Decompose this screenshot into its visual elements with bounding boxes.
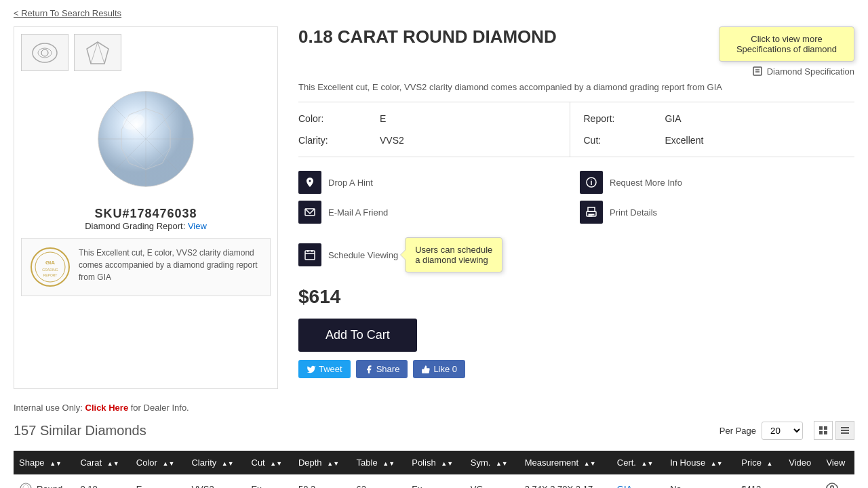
print-details-action[interactable]: Print Details — [580, 201, 854, 224]
col-color[interactable]: Color ▲▼ — [131, 451, 186, 474]
svg-marker-50 — [23, 484, 28, 488]
view-button[interactable] — [826, 481, 838, 488]
similar-header: 157 Similar Diamonds Per Page 20 10 50 1… — [14, 421, 854, 440]
drop-hint-label: Drop A Hint — [328, 178, 373, 188]
request-info-action[interactable]: i Request More Info — [580, 171, 854, 194]
social-buttons: Tweet Share Like 0 — [298, 360, 854, 378]
col-shape[interactable]: Shape ▲▼ — [14, 451, 75, 474]
fb-like-button[interactable]: Like 0 — [413, 360, 465, 378]
col-measurement[interactable]: Measurement ▲▼ — [519, 451, 612, 474]
schedule-viewing-label: Schedule Viewing — [328, 250, 398, 260]
left-panel: SKU#178476038 Diamond Grading Report: Vi… — [14, 26, 278, 389]
tweet-button[interactable]: Tweet — [298, 360, 351, 378]
gia-box: GIA GRADING REPORT This Excellent cut, E… — [21, 238, 271, 296]
round-shape-icon — [19, 482, 33, 488]
svg-marker-3 — [87, 42, 108, 64]
specs-col-right: Report: GIA Cut: Excellent — [570, 102, 855, 157]
main-container: SKU#178476038 Diamond Grading Report: Vi… — [0, 26, 868, 403]
product-title-row: 0.18 CARAT ROUND DIAMOND Click to view m… — [298, 26, 854, 77]
schedule-icon — [298, 243, 321, 266]
clarity-value: VVS2 — [186, 474, 245, 488]
carat-value: 0.18 — [75, 474, 130, 488]
table-body: Round 0.18 E VVS2 Ex 58.3 62 Ex VG 3.74X… — [14, 474, 854, 488]
add-to-cart-button[interactable]: Add To Cart — [298, 319, 417, 352]
sym-value: VG — [465, 474, 519, 488]
thumbnail-2[interactable] — [74, 34, 121, 71]
color-value: E — [131, 474, 186, 488]
price-value: $412 — [736, 474, 783, 488]
svg-rect-37 — [589, 216, 592, 216]
fb-share-label: Share — [376, 364, 400, 374]
svg-point-0 — [33, 43, 57, 62]
per-page-select[interactable]: 20 10 50 100 — [762, 422, 803, 440]
col-cut[interactable]: Cut ▲▼ — [246, 451, 293, 474]
report-link-row: Diamond Grading Report: View — [21, 221, 271, 231]
svg-rect-36 — [589, 214, 594, 215]
col-depth[interactable]: Depth ▲▼ — [293, 451, 351, 474]
col-inhouse[interactable]: In House ▲▼ — [665, 451, 736, 474]
shape-value: Round — [37, 484, 62, 489]
svg-rect-42 — [819, 426, 823, 430]
cut-spec: Cut: Excellent — [584, 129, 855, 151]
svg-text:REPORT: REPORT — [43, 273, 58, 277]
col-table[interactable]: Table ▲▼ — [351, 451, 407, 474]
view-value — [821, 474, 854, 488]
similar-title: 157 Similar Diamonds — [14, 423, 146, 439]
sku-number: SKU#178476038 — [21, 207, 271, 221]
grid-view-button[interactable] — [814, 421, 833, 440]
specs-col-left: Color: E Clarity: VVS2 — [298, 102, 570, 157]
col-polish[interactable]: Polish ▲▼ — [406, 451, 465, 474]
diamond-spec-link[interactable]: Diamond Specification — [752, 66, 854, 77]
email-friend-action[interactable]: E-Mail A Friend — [298, 201, 573, 224]
similar-count: 157 — [14, 423, 36, 438]
schedule-tooltip: Users can schedule a diamond viewing — [405, 237, 502, 272]
request-info-label: Request More Info — [610, 178, 682, 188]
col-clarity[interactable]: Clarity ▲▼ — [186, 451, 245, 474]
col-cert[interactable]: Cert. ▲▼ — [612, 451, 665, 474]
diamond-main-image — [21, 78, 271, 200]
svg-rect-28 — [753, 67, 762, 75]
product-price: $614 — [298, 286, 854, 308]
col-carat[interactable]: Carat ▲▼ — [75, 451, 130, 474]
internal-click-here-link[interactable]: Click Here — [85, 403, 129, 413]
list-view-button[interactable] — [835, 421, 854, 440]
gia-description: This Excellent cut, E color, VVS2 clarit… — [79, 247, 262, 283]
diamonds-table: Shape ▲▼ Carat ▲▼ Color ▲▼ Clarity ▲▼ Cu… — [14, 451, 854, 488]
svg-text:GIA: GIA — [45, 260, 55, 266]
gia-logo: GIA GRADING REPORT — [30, 247, 71, 287]
col-price[interactable]: Price ▲ — [736, 451, 783, 474]
internal-use-row: Internal use Only: Click Here for Dealer… — [0, 403, 868, 421]
print-details-icon — [580, 201, 603, 224]
fb-share-button[interactable]: Share — [356, 360, 408, 378]
schedule-viewing-action[interactable]: Schedule Viewing — [298, 243, 398, 266]
thumbnail-row — [21, 34, 271, 71]
back-link[interactable]: < Return To Search Results — [0, 0, 868, 26]
col-sym[interactable]: Sym. ▲▼ — [465, 451, 519, 474]
svg-point-24 — [35, 252, 65, 282]
actions-grid: Drop A Hint i Request More Info — [298, 171, 854, 224]
drop-hint-icon — [298, 171, 321, 194]
table-value: 62 — [351, 474, 407, 488]
svg-rect-43 — [824, 426, 827, 430]
svg-rect-48 — [841, 432, 849, 434]
sku-section: SKU#178476038 Diamond Grading Report: Vi… — [21, 207, 271, 231]
inhouse-value: No — [665, 474, 736, 488]
thumbnail-1[interactable] — [21, 34, 68, 71]
svg-text:GRADING: GRADING — [42, 268, 58, 272]
report-spec: Report: GIA — [584, 108, 855, 129]
per-page-row: Per Page 20 10 50 100 — [719, 422, 803, 440]
col-video[interactable]: Video — [783, 451, 821, 474]
request-info-icon: i — [580, 171, 603, 194]
print-details-label: Print Details — [610, 207, 657, 218]
cert-link[interactable]: GIA — [617, 484, 632, 489]
drop-hint-action[interactable]: Drop A Hint — [298, 171, 573, 194]
svg-rect-38 — [305, 251, 315, 260]
col-view[interactable]: View — [821, 451, 854, 474]
schedule-row: Schedule Viewing Users can schedule a di… — [298, 237, 854, 272]
svg-text:i: i — [590, 178, 592, 186]
svg-point-2 — [41, 49, 48, 56]
fb-like-label: Like 0 — [433, 364, 457, 374]
color-spec: Color: E — [298, 108, 570, 129]
view-report-link[interactable]: View — [188, 221, 207, 231]
cert-value: GIA — [612, 474, 665, 488]
